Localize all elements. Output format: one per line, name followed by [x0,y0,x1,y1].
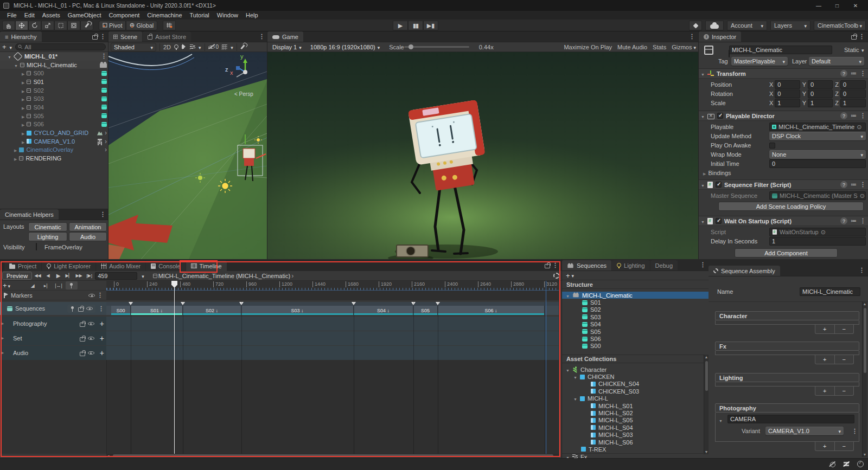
add-sequence-button[interactable]: + [566,272,570,280]
static-caret[interactable] [861,47,864,53]
previous-frame-button[interactable]: ◀ [43,272,53,280]
helpers-menu-icon[interactable] [100,211,106,218]
lock-icon[interactable] [92,34,98,40]
layout-lighting-button[interactable]: Lighting [28,232,67,241]
layers-muted-icon[interactable] [843,461,850,467]
asset-row-variant[interactable]: MICH-L_S02 [562,409,703,416]
ripple-edit-icon[interactable]: ▸| [40,281,52,289]
scale-y-field[interactable]: 1 [808,99,833,107]
bindings-row[interactable]: Bindings [699,169,866,177]
debugger-muted-icon[interactable] [829,461,835,467]
maximize-button[interactable]: □ [828,3,846,9]
asset-row-variant[interactable]: CHICKEN_S04 [562,381,703,388]
frame-field[interactable]: 459 [95,272,137,280]
structure-shot-row[interactable]: S02 [562,306,709,313]
hierarchy-row[interactable]: S02 [0,86,108,95]
timeline-horizontal-scrollbar[interactable]: ◂ [106,454,559,458]
pin-icon[interactable] [66,281,78,289]
add-scene-loading-policy-button[interactable]: Add Scene Loading Policy [718,202,864,211]
minimize-button[interactable]: — [809,3,828,9]
asset-row-michl[interactable]: MICH-L [562,395,703,402]
clip-s04[interactable]: S04 ↓ [354,306,413,315]
pin-icon[interactable] [70,306,75,312]
menu-item[interactable]: Cinemachine [143,12,186,18]
sequence-marker-icon[interactable] [436,302,440,305]
tab-sequence-assembly[interactable]: Sequence Assembly [709,266,780,276]
assembly-scrollbar[interactable]: ▲▼ [862,301,867,457]
component-menu-icon[interactable] [860,217,866,224]
game-viewport[interactable] [267,52,698,259]
object-picker-icon[interactable] [857,124,861,131]
tab-light-explorer[interactable]: Light Explorer [42,261,95,271]
tab-audio-mixer[interactable]: Audio Mixer [96,261,145,271]
timeline-ruler[interactable]: 0240480720960120014401680192021602400264… [106,281,559,291]
add-clip-button[interactable]: + [100,319,104,328]
menu-item[interactable]: Component [105,12,143,18]
update-method-dropdown[interactable]: DSP Clock [769,132,866,140]
clip-s06[interactable]: S06 ↓ [438,306,545,315]
persp-label[interactable]: < Persp [234,91,253,97]
grid-snapping-icon[interactable] [163,21,176,30]
clip-s05[interactable]: S05 [413,306,438,315]
photography-collection-list[interactable]: CAMERA Variant CAMERA_V1.0 [715,413,859,442]
prefab-open-chevron[interactable] [105,138,107,145]
rotation-y-field[interactable]: 0 [808,89,833,98]
axis-z-label[interactable]: z [225,66,228,73]
hierarchy-row[interactable]: CinematicOverlay [0,146,108,154]
markers-track-content[interactable] [106,291,559,300]
help-icon[interactable] [840,112,847,119]
stats-toggle[interactable]: Stats [653,44,666,50]
effects-icon[interactable] [190,44,195,49]
axis-y-label[interactable]: y [240,53,244,60]
inspector-lock-icon[interactable] [851,34,857,40]
sequences-track-content[interactable]: S00 S01 ↓ S02 ↓ S03 ↓ S04 ↓ S05 S06 ↓ [106,302,559,315]
markers-menu-icon[interactable] [97,292,103,299]
variant-menu-icon[interactable] [852,428,858,435]
sequence-marker-icon[interactable] [129,302,133,305]
tab-inspector[interactable]: iInspector [699,31,741,42]
rotate-tool-icon[interactable] [28,21,41,30]
layer-dropdown[interactable]: Default [809,57,864,66]
delay-field[interactable]: 1 [769,237,866,246]
scale-slider-knob[interactable] [409,44,413,49]
prefab-open-chevron[interactable] [105,146,107,153]
add-object-caret[interactable] [10,44,12,50]
next-frame-button[interactable]: ▶▏ [64,272,73,280]
tab-game[interactable]: Game [267,31,303,42]
cinematic-tools-dropdown[interactable]: CinematicToolb [814,21,866,30]
asset-row-variant[interactable]: MICH-L_S01 [562,402,703,409]
pivot-toggle[interactable]: Pivot [99,21,126,30]
presets-icon[interactable] [851,70,857,77]
position-y-field[interactable]: 0 [808,80,833,89]
resolution-dropdown[interactable]: 1080p 16:9 (1920x1080) [308,43,382,51]
curves-view-icon[interactable]: ◢ [27,281,39,289]
grid-caret[interactable] [231,44,233,50]
layout-cinematic-button[interactable]: Cinematic [28,222,67,231]
timeline-play-button[interactable]: ▶ [54,272,63,280]
mute-audio-toggle[interactable]: Mute Audio [617,44,647,50]
add-sequence-caret[interactable] [572,272,575,279]
variant-dropdown[interactable]: CAMERA_V1.0 [765,427,844,435]
structure-shot-row[interactable]: S00 [562,343,709,350]
scale-slider[interactable] [404,46,469,48]
structure-shot-row[interactable]: S01 [562,299,709,306]
asset-row-chicken[interactable]: CHICKEN [562,373,703,380]
position-z-field[interactable]: 0 [840,80,866,89]
tag-dropdown[interactable]: MasterPlayable [731,57,788,66]
add-object-button[interactable]: + [2,43,7,51]
add-button[interactable]: + [815,355,835,364]
play-on-awake-checkbox[interactable] [769,143,775,149]
photography-track-header[interactable]: Photography + [0,317,106,331]
layout-animation-button[interactable]: Animation [69,222,107,231]
hierarchy-menu-icon[interactable] [100,33,106,40]
markers-track-header[interactable]: Markers [0,291,106,300]
sequence-filter-header[interactable]: Sequence Filter (Script) [699,179,868,190]
rotation-x-field[interactable]: 0 [775,89,800,98]
tab-hierarchy[interactable]: Hierarchy [0,31,42,42]
hierarchy-row[interactable]: S00 [0,69,108,78]
tab-scene[interactable]: Scene [108,31,142,42]
tab-asset-store[interactable]: Asset Store [143,31,191,42]
game-menu-icon[interactable] [689,33,695,40]
structure-root-row[interactable]: MICH-L_Cinematic [562,292,709,299]
sequence-marker-icon[interactable] [181,302,185,305]
